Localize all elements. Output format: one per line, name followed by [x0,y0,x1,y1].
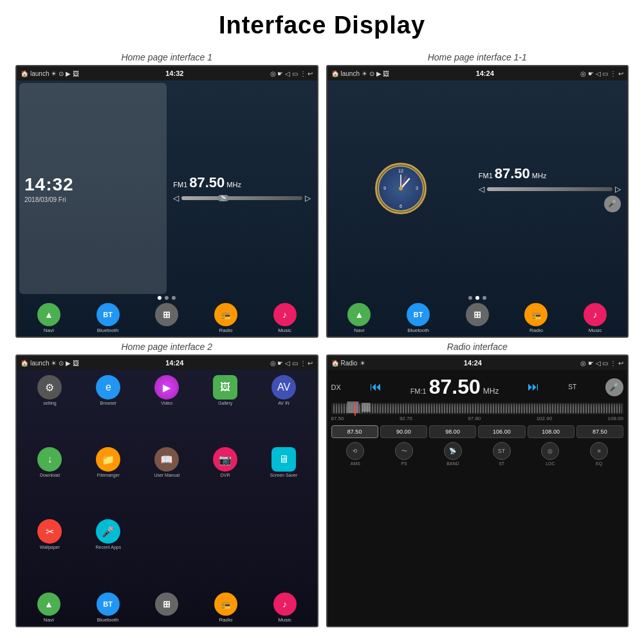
grid-icon-2: ⊞ [466,303,489,326]
music-icon-3: ♪ [273,593,297,616]
launch-label-1: launch [30,70,49,77]
analog-clock-widget: 12 3 6 9 [330,83,472,294]
page-container: Interface Display Home page interface 1 … [0,0,644,644]
launch-label-3: launch [30,360,49,367]
radio-next-btn[interactable]: ⏭ [528,380,539,394]
next-btn-2[interactable]: ▷ [615,185,621,194]
dvr-icon: 📷 [213,447,237,472]
filemanager-icon: 📁 [96,447,120,472]
radio-freq-large: 87.50 [429,375,481,399]
prev-btn-1[interactable]: ◁ [173,194,179,203]
time-3: 14:24 [165,359,183,367]
app-screensaver[interactable]: 🖥 Screen Saver [256,447,312,517]
svg-point-8 [399,187,403,190]
app-dvr[interactable]: 📷 DVR [198,447,253,517]
avin-icon: AV [271,375,296,400]
voice-btn-2[interactable]: 🎤 [604,196,621,212]
preset-btn-1[interactable]: 87.50 [331,425,378,438]
radio-bar-line-1: 📡 [181,196,302,200]
analog-clock-svg: 12 3 6 9 [377,165,425,212]
ctrl-band[interactable]: 📡 BAND [444,442,462,466]
app-setting[interactable]: ⚙ setting [22,375,78,445]
panel4-label: Radio interface [447,342,508,352]
voice-btn-4[interactable]: 🎤 [605,378,623,396]
statusbar-2: 🏠 launch ☀ ⊙ ▶ 🖼 14:24 ◎ ☛ ◁ ▭ ⋮ ↩ [327,66,628,80]
dot-1-3 [172,296,176,300]
radio-dx: DX [331,383,341,391]
ctrl-eq[interactable]: ≡ EQ [590,442,608,466]
time-2: 14:24 [476,69,494,77]
radio-prev-btn[interactable]: ⏮ [370,380,382,394]
next-btn-1[interactable]: ▷ [305,194,311,203]
grid-icon-1: ⊞ [155,303,178,326]
wallpaper-icon: ✂ [37,519,62,544]
ctrl-st[interactable]: ST ST [493,442,511,466]
app-bt-2[interactable]: BT Bluetooth [407,303,430,333]
app-recentapps[interactable]: 🎤 Recent Apps [80,519,136,589]
dot-2-3 [483,296,486,300]
ams-label: AMS [351,461,360,466]
freq-scale-1: 87.50 [331,416,344,421]
ctrl-ps[interactable]: 〜 PS [395,442,413,466]
navi-icon-3: ▲ [37,593,60,616]
app-usermanual[interactable]: 📖 User Manual [139,447,195,517]
freq-visualization [333,401,623,413]
app-grid-2[interactable]: ⊞ [466,303,489,333]
app-navi-2[interactable]: ▲ Navi [347,303,371,333]
dots-row-2 [330,296,625,300]
home1b-content: 12 3 6 9 [327,80,628,336]
band-label: BAND [446,461,459,466]
app-bt-1[interactable]: BT Bluetooth [97,303,120,333]
app-music-3[interactable]: ♪ Music [273,593,297,623]
status-icons-1: ◎ ☛ ◁ ▭ ⋮ ↩ [270,70,313,77]
ctrl-ams[interactable]: ⟲ AMS [346,442,364,466]
recentapps-icon: 🎤 [96,519,120,544]
status-icons-left-3: ☀ ⊙ ▶ 🖼 [51,360,78,367]
page-title: Interface Display [0,0,644,46]
radio-band-1: FM1 [173,181,187,189]
ctrl-loc[interactable]: ◎ LOC [541,442,559,466]
preset-btn-6[interactable]: 87.50 [576,425,623,438]
band-icon: 📡 [444,442,462,460]
loc-label: LOC [546,461,555,466]
app-grid-3[interactable]: ⊞ [155,593,178,623]
app-radio-1[interactable]: 📻 Radio [214,303,237,333]
app-radio-3[interactable]: 📻 Radio [214,593,237,623]
app-music-2[interactable]: ♪ Music [584,303,607,333]
panel-radio: Radio interface 🏠 Radio ☀ 14:24 ◎ ☛ ◁ ▭ … [322,342,633,631]
home1-content: 14:32 2018/03/09 Fri FM1 87.50 MHz ◁ [17,80,317,336]
app-grid-main: ⚙ setting e Browser ▶ Video 🖼 [19,373,315,591]
app-bt-3[interactable]: BT Bluetooth [97,593,120,623]
home-icon-4: 🏠 [331,360,339,367]
app-navi-1[interactable]: ▲ Navi [37,303,60,333]
home2-content: ⚙ setting e Browser ▶ Video 🖼 [17,370,317,626]
app-navi-3[interactable]: ▲ Navi [37,593,60,623]
music-icon-2: ♪ [584,303,607,326]
video-icon: ▶ [154,375,179,400]
freq-scale-2: 92.70 [400,416,412,421]
setting-icon: ⚙ [37,375,62,400]
app-avin[interactable]: AV AV IN [256,375,312,445]
bt-icon-1: BT [97,303,120,326]
preset-btn-5[interactable]: 108.00 [528,425,575,438]
app-music-1[interactable]: ♪ Music [273,303,297,333]
app-browser[interactable]: e Browser [80,375,136,445]
radio-label-4: Radio [341,360,358,367]
preset-btn-2[interactable]: 90.00 [380,425,427,438]
app-gallery[interactable]: 🖼 Gallery [198,375,253,445]
prev-btn-2[interactable]: ◁ [479,185,484,194]
app-grid-1[interactable]: ⊞ [155,303,178,333]
freq-scale-3: 97.80 [468,416,481,421]
freq-bar: 87.50 92.70 97.80 102.90 108.00 [331,403,624,422]
app-download[interactable]: ↓ Download [22,447,78,517]
app-wallpaper[interactable]: ✂ Wallpaper [22,519,78,589]
app-filemanager[interactable]: 📁 Filemanger [80,447,136,517]
svg-text:6: 6 [400,204,402,208]
radio-icon-2: 📻 [524,303,547,326]
preset-btn-3[interactable]: 98.00 [429,425,476,438]
preset-btn-4[interactable]: 106.00 [478,425,525,438]
freq-indicator [354,403,356,416]
app-video[interactable]: ▶ Video [139,375,195,445]
app-radio-2[interactable]: 📻 Radio [524,303,547,333]
radio-mhz: MHz [483,387,499,396]
